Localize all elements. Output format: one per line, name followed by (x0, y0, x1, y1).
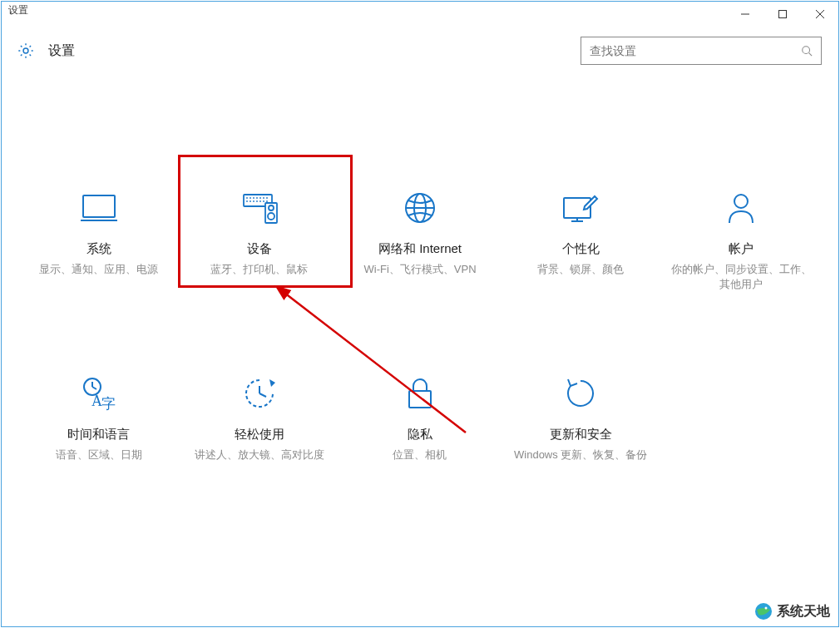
tile-system[interactable]: 系统 显示、通知、应用、电源 (18, 190, 179, 292)
privacy-icon (339, 375, 500, 412)
tile-desc: 讲述人、放大镜、高对比度 (179, 448, 339, 462)
search-box[interactable] (581, 37, 822, 65)
tile-title: 隐私 (339, 427, 500, 443)
tile-title: 设备 (179, 241, 339, 257)
system-icon (18, 190, 179, 226)
tile-desc: Windows 更新、恢复、备份 (501, 448, 661, 462)
window-title: 设置 (8, 3, 726, 17)
titlebar: 设置 (2, 2, 838, 25)
tile-title: 更新和安全 (501, 427, 661, 443)
gear-icon (17, 42, 35, 60)
settings-window: 设置 设置 系统 (1, 1, 839, 627)
tile-title: 个性化 (501, 241, 661, 257)
window-controls (726, 3, 838, 25)
devices-icon (179, 190, 339, 226)
tile-title: 帐户 (661, 241, 822, 257)
tile-privacy[interactable]: 隐私 位置、相机 (339, 375, 500, 462)
svg-rect-1 (778, 11, 786, 18)
svg-point-4 (23, 48, 28, 53)
tile-title: 系统 (18, 241, 179, 257)
header: 设置 (2, 25, 838, 73)
tile-title: 时间和语言 (18, 427, 179, 443)
svg-marker-39 (269, 379, 275, 387)
svg-line-41 (259, 393, 266, 397)
svg-text:字: 字 (101, 396, 116, 411)
watermark: 系统天地 (749, 600, 835, 623)
personalization-icon (501, 190, 661, 226)
tile-ease-of-access[interactable]: 轻松使用 讲述人、放大镜、高对比度 (179, 375, 339, 462)
settings-grid: 系统 显示、通知、应用、电源 设备 蓝牙、打印机、鼠标 (2, 73, 838, 463)
page-title: 设置 (48, 42, 75, 60)
tile-title: 轻松使用 (179, 427, 339, 443)
time-language-icon: A 字 (18, 375, 179, 412)
svg-line-6 (809, 53, 813, 57)
ease-of-access-icon (179, 375, 339, 412)
svg-rect-7 (83, 195, 115, 217)
svg-point-45 (765, 607, 768, 610)
watermark-text: 系统天地 (777, 603, 830, 621)
tile-network[interactable]: 网络和 Internet Wi-Fi、飞行模式、VPN (339, 190, 500, 292)
svg-line-36 (92, 387, 96, 389)
tile-desc: 位置、相机 (339, 448, 500, 462)
tile-desc: 显示、通知、应用、电源 (18, 262, 179, 277)
accounts-icon (661, 190, 822, 226)
maximize-button[interactable] (763, 3, 801, 25)
close-button[interactable] (801, 3, 838, 25)
network-icon (339, 190, 500, 226)
svg-point-5 (803, 47, 810, 54)
svg-rect-42 (409, 391, 431, 408)
tile-desc: 你的帐户、同步设置、工作、其他用户 (661, 262, 822, 292)
tile-desc: 背景、锁屏、颜色 (501, 262, 661, 277)
tile-title: 网络和 Internet (339, 241, 500, 257)
svg-point-33 (734, 195, 748, 208)
tile-time-language[interactable]: A 字 时间和语言 语音、区域、日期 (18, 375, 179, 462)
update-security-icon (501, 375, 661, 412)
tile-update-security[interactable]: 更新和安全 Windows 更新、恢复、备份 (501, 375, 661, 462)
watermark-logo-icon (754, 601, 773, 621)
search-input[interactable] (590, 44, 801, 57)
tile-devices[interactable]: 设备 蓝牙、打印机、鼠标 (179, 190, 339, 292)
tile-desc: 语音、区域、日期 (18, 448, 179, 462)
search-icon (801, 45, 813, 57)
tile-desc: 蓝牙、打印机、鼠标 (179, 262, 339, 277)
tile-accounts[interactable]: 帐户 你的帐户、同步设置、工作、其他用户 (661, 190, 822, 292)
tile-personalization[interactable]: 个性化 背景、锁屏、颜色 (501, 190, 661, 292)
minimize-button[interactable] (726, 3, 763, 25)
tile-desc: Wi-Fi、飞行模式、VPN (339, 262, 500, 277)
